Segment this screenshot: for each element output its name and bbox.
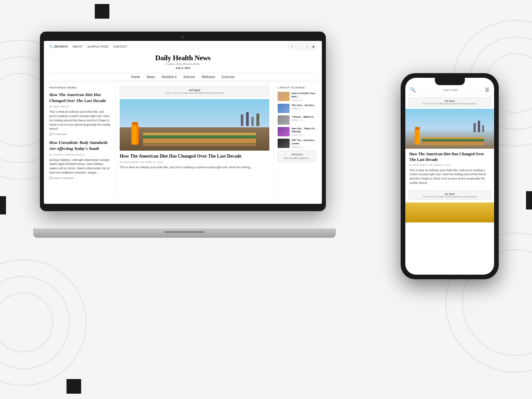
deco-circle-5 bbox=[0, 276, 70, 369]
science-item-3[interactable]: 7 Recur... Myths D... JUNE 17, 2... bbox=[278, 115, 317, 125]
science-thumb-3 bbox=[278, 115, 290, 125]
nav-home[interactable]: Home bbox=[131, 75, 140, 79]
phone-ad-top: Ad Spot This is one of 5 widget areas av… bbox=[409, 97, 491, 107]
accent-square-2 bbox=[0, 196, 6, 214]
second-article-comments[interactable]: 💬 Leave a Comment bbox=[49, 177, 111, 180]
laptop-base bbox=[33, 228, 336, 238]
second-article-excerpt: Quisque dapibus, velit eget ullamcorper … bbox=[49, 158, 111, 175]
site-content: FEATURED NEWS How The American Diet Has … bbox=[44, 83, 322, 202]
phone-ad-label: Ad Spot bbox=[411, 99, 489, 102]
nav-science[interactable]: Science bbox=[183, 75, 195, 79]
phone-ad-sub: This is one of 5 widget areas available … bbox=[411, 102, 489, 105]
comment-icon: 💬 bbox=[49, 133, 52, 136]
science-thumb-2 bbox=[278, 104, 290, 113]
site-title: Daily Health News bbox=[49, 54, 317, 62]
search-button[interactable]: 🔍 SEARCH bbox=[49, 45, 68, 48]
phone-article-image bbox=[405, 109, 494, 149]
laptop-screen: 🔍 SEARCH ABOUT SAMPLE PAGE CONTACT 𝕏 f ◻… bbox=[44, 41, 322, 204]
phone-bottom-ad-label: Ad Spot bbox=[411, 193, 489, 196]
second-article-byline: BY STEPH CONSTAPOLOS bbox=[49, 153, 111, 156]
site-header: 🔍 SEARCH ABOUT SAMPLE PAGE CONTACT 𝕏 f ◻… bbox=[44, 41, 322, 83]
science-title-5: HIIT Tra... Increase... Levels bbox=[292, 139, 317, 145]
phone-menu-icon[interactable]: ☰ bbox=[485, 87, 489, 92]
science-date-1: JUNE 22, 2... bbox=[292, 99, 317, 101]
science-item-5[interactable]: HIIT Tra... Increase... Levels JUNE 14, … bbox=[278, 139, 317, 148]
second-article-title[interactable]: How Unrealistic Body Standards Are Affec… bbox=[49, 140, 111, 152]
sample-page-link[interactable]: SAMPLE PAGE bbox=[87, 45, 108, 48]
phone-bezel: 🔍 July 8, 2023 ☰ Ad Spot This is one of … bbox=[401, 73, 499, 279]
science-item-4[interactable]: New Stu... Play A R... Obesity JUNE 15, … bbox=[278, 127, 317, 137]
science-title-3: 7 Recur... Myths D... bbox=[292, 115, 315, 119]
main-navigation: Home News Nutrition ▾ Science Wellness E… bbox=[49, 73, 317, 81]
featured-section-label: FEATURED NEWS bbox=[49, 86, 111, 89]
phone-search-icon[interactable]: 🔍 bbox=[410, 87, 416, 92]
featured-article-title[interactable]: How The American Diet Has Changed Over T… bbox=[49, 92, 111, 104]
search-icon: 🔍 bbox=[49, 45, 53, 48]
site-nav-left: 🔍 SEARCH ABOUT SAMPLE PAGE CONTACT bbox=[49, 45, 127, 48]
people-silhouettes bbox=[241, 112, 259, 126]
science-date-2: JUNE 21, 2... bbox=[292, 107, 316, 110]
left-sidebar: FEATURED NEWS How The American Diet Has … bbox=[49, 86, 116, 199]
phone-article-meta: BY BEN SIBLEY ON JUNE 23, 2022 bbox=[409, 164, 490, 166]
main-article-meta: BY BEN SIBLEY ON JUNE 23, 2022 bbox=[120, 161, 269, 164]
nav-news[interactable]: News bbox=[147, 75, 155, 79]
phone-website: 🔍 July 8, 2023 ☰ Ad Spot This is one of … bbox=[405, 78, 494, 275]
advertise-box[interactable]: Advertise You can place ads in e... bbox=[278, 151, 317, 162]
science-info-4: New Stu... Play A R... Obesity JUNE 15, … bbox=[292, 127, 317, 137]
site-top-bar: 🔍 SEARCH ABOUT SAMPLE PAGE CONTACT 𝕏 f ◻… bbox=[49, 44, 317, 50]
phone-golden-banner bbox=[405, 202, 494, 222]
science-info-5: HIIT Tra... Increase... Levels JUNE 14, … bbox=[292, 139, 317, 148]
instagram-icon[interactable]: ◻ bbox=[303, 44, 309, 50]
latest-science-label: LATEST SCIENCE bbox=[278, 86, 317, 89]
laptop-camera bbox=[182, 36, 184, 38]
science-title-1: How to Further Your Bod... bbox=[292, 92, 317, 98]
about-link[interactable]: ABOUT bbox=[72, 45, 83, 48]
featured-article-excerpt: This is what an ordinary post looks like… bbox=[49, 110, 111, 131]
nav-wellness[interactable]: Wellness bbox=[202, 75, 215, 79]
science-info-1: How to Further Your Bod... JUNE 22, 2... bbox=[292, 92, 317, 101]
phone-date: July 8, 2023 bbox=[416, 88, 485, 91]
main-content-area: Ad Spot This is one of 5 widget areas av… bbox=[116, 86, 273, 199]
science-info-2: The Scie... the Doc... JUNE 21, 2... bbox=[292, 104, 316, 110]
science-item-1[interactable]: How to Further Your Bod... JUNE 22, 2... bbox=[278, 92, 317, 101]
phone-notch bbox=[435, 78, 465, 85]
science-item-2[interactable]: The Scie... the Doc... JUNE 21, 2... bbox=[278, 104, 317, 113]
laptop-device: 🔍 SEARCH ABOUT SAMPLE PAGE CONTACT 𝕏 f ◻… bbox=[40, 32, 329, 238]
phone-device: 🔍 July 8, 2023 ☰ Ad Spot This is one of … bbox=[401, 73, 499, 279]
phone-article-excerpt: This is what an ordinary post looks like… bbox=[409, 168, 490, 185]
social-icons: 𝕏 f ◻ ◉ bbox=[289, 44, 317, 50]
juice-bottle bbox=[131, 122, 139, 145]
phone-ad-bottom: Ad Spot This is one of 5 widget areas av… bbox=[409, 191, 491, 200]
facebook-icon[interactable]: f bbox=[296, 44, 302, 50]
comment-icon-2: 💬 bbox=[49, 177, 52, 180]
ad-spot-laptop: Ad Spot This is one of 5 widget areas av… bbox=[120, 86, 269, 96]
main-article-image bbox=[120, 99, 269, 151]
food-scene bbox=[120, 99, 269, 151]
science-thumb-1 bbox=[278, 92, 290, 101]
laptop-bezel: 🔍 SEARCH ABOUT SAMPLE PAGE CONTACT 𝕏 f ◻… bbox=[40, 32, 326, 211]
phone-article-content: How The American Diet Has Changed Over T… bbox=[405, 149, 494, 188]
site-date: July 8, 2023 bbox=[49, 66, 317, 69]
featured-article-comments[interactable]: 💬 3 Comments bbox=[49, 133, 111, 136]
contact-link[interactable]: CONTACT bbox=[113, 45, 127, 48]
accent-square-3 bbox=[526, 191, 532, 209]
science-date-3: JUNE 17, 2... bbox=[292, 119, 315, 121]
search-label[interactable]: SEARCH bbox=[54, 45, 68, 48]
phone-screen: 🔍 July 8, 2023 ☰ Ad Spot This is one of … bbox=[405, 78, 494, 275]
site-title-area: Daily Health News A demo of the Mission … bbox=[49, 52, 317, 71]
podcast-icon[interactable]: ◉ bbox=[311, 44, 317, 50]
nav-nutrition[interactable]: Nutrition ▾ bbox=[162, 75, 177, 79]
advertise-label: Advertise bbox=[280, 153, 314, 156]
accent-square-1 bbox=[95, 4, 109, 19]
accent-square-4 bbox=[66, 379, 81, 394]
twitter-icon[interactable]: 𝕏 bbox=[289, 44, 295, 50]
science-thumb-4 bbox=[278, 127, 290, 136]
nav-exercise[interactable]: Exercise bbox=[222, 75, 234, 79]
science-info-3: 7 Recur... Myths D... JUNE 17, 2... bbox=[292, 115, 315, 122]
deco-circle-4 bbox=[0, 259, 86, 386]
main-article-title[interactable]: How The American Diet Has Changed Over T… bbox=[120, 153, 269, 159]
phone-article-title[interactable]: How The American Diet Has Changed Over T… bbox=[409, 151, 490, 163]
science-title-2: The Scie... the Doc... bbox=[292, 104, 316, 107]
advertise-sub: You can place ads in e... bbox=[280, 157, 314, 160]
sandwich bbox=[143, 133, 256, 146]
